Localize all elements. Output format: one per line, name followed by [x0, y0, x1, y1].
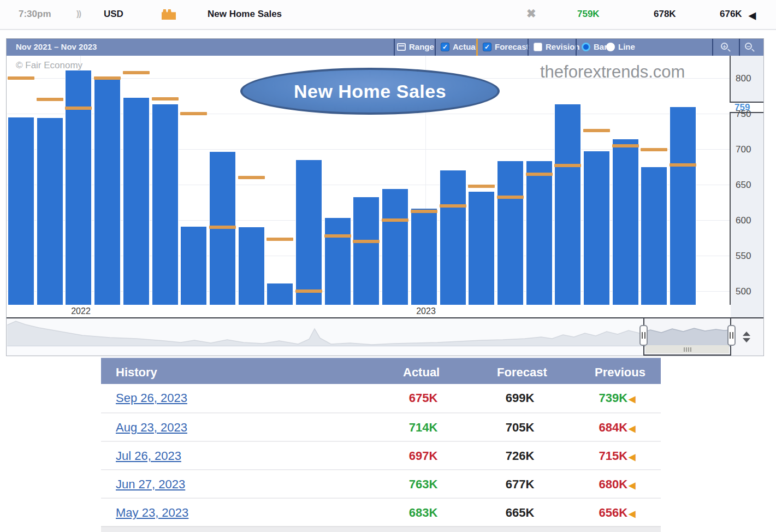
col-header-forecast: Forecast: [497, 365, 547, 380]
y-tick-label-750: 750: [736, 109, 760, 120]
navigator: [7, 317, 763, 356]
x-axis-strip: 20222023: [7, 305, 730, 317]
history-table: History Actual Forecast Previous Sep 26,…: [101, 358, 661, 532]
history-row: Sep 26, 2023675K699K739K◀: [101, 384, 661, 412]
actual-bar-may-2022[interactable]: [180, 227, 207, 305]
actual-bar-nov-2021[interactable]: [8, 117, 34, 305]
down-arrow-icon: [743, 338, 750, 342]
y-tick-label-550: 550: [736, 251, 760, 262]
col-header-history: History: [116, 365, 157, 380]
actual-bar-oct-2023[interactable]: [670, 107, 696, 305]
site-watermark: theforextrends.com: [540, 62, 685, 82]
forecast-marker-oct-2023: [670, 163, 696, 167]
line-radio-label[interactable]: Line: [618, 42, 635, 51]
history-row: Aug 23, 2023714K705K684K◀: [101, 412, 661, 441]
actual-toggle-label[interactable]: Actual: [453, 42, 478, 51]
actual-bar-jan-2022[interactable]: [65, 70, 92, 305]
actual-bar-feb-2023[interactable]: [440, 170, 466, 305]
currency-label: USD: [104, 9, 123, 20]
actual-bar-apr-2022[interactable]: [152, 104, 179, 305]
forecast-marker-dec-2021: [37, 98, 63, 101]
actual-bar-mar-2022[interactable]: [123, 98, 150, 305]
bar-radio[interactable]: [582, 43, 590, 51]
forecast-marker-sep-2022: [295, 289, 322, 293]
forecast-marker-jun-2022: [209, 226, 236, 229]
actual-bar-nov-2022[interactable]: [353, 197, 380, 305]
history-forecast-value: 665K: [473, 506, 566, 520]
actual-bar-jan-2023[interactable]: [411, 209, 437, 305]
forecast-toggle-label[interactable]: Forecast: [495, 42, 529, 51]
sound-alert-icon[interactable]: )): [76, 9, 81, 18]
forecast-marker-jul-2022: [238, 176, 265, 179]
actual-bar-oct-2022[interactable]: [324, 218, 351, 305]
history-date-link[interactable]: May 23, 2023: [116, 506, 188, 520]
actual-bar-aug-2023[interactable]: [612, 139, 639, 305]
navigator-right-handle[interactable]: [727, 325, 736, 346]
actual-bar-jul-2023[interactable]: [583, 151, 610, 305]
chart-title: New Home Sales: [294, 81, 446, 102]
history-date-link[interactable]: Aug 23, 2023: [116, 421, 187, 435]
history-date-link[interactable]: Jun 27, 2023: [116, 477, 185, 492]
forecast-marker-mar-2022: [123, 71, 150, 74]
actual-bar-dec-2021[interactable]: [37, 118, 63, 305]
impact-folder-icon[interactable]: [162, 9, 176, 20]
history-date-link[interactable]: Jul 26, 2023: [116, 449, 181, 463]
actual-bar-apr-2023[interactable]: [497, 161, 524, 305]
zoom-out-icon[interactable]: −: [745, 43, 752, 50]
history-previous-value: 684K◀: [571, 421, 661, 435]
actual-bar-aug-2022[interactable]: [266, 283, 293, 305]
history-date-link[interactable]: Sep 26, 2023: [116, 391, 187, 405]
date-range-label: Nov 2021 – Nov 2023: [16, 42, 97, 51]
actual-bar-may-2023[interactable]: [526, 161, 553, 305]
close-detail-icon[interactable]: ✖: [526, 7, 536, 20]
actual-value: 759K: [577, 9, 600, 20]
next-row-cutoff: [101, 526, 661, 532]
forecast-checkbox[interactable]: ✓: [483, 43, 491, 51]
revision-arrow-icon: ◀: [629, 509, 635, 518]
revision-toggle-label[interactable]: Revision: [546, 42, 580, 51]
forecast-color-separator: [476, 39, 478, 56]
event-time: 7:30pm: [19, 9, 51, 20]
zoom-in-icon[interactable]: +: [721, 43, 728, 50]
history-row: Jun 27, 2023763K677K680K◀: [101, 469, 661, 498]
event-title[interactable]: New Home Sales: [208, 9, 282, 20]
navigator-track[interactable]: [7, 346, 643, 355]
revision-checkbox[interactable]: [534, 43, 542, 51]
revision-arrow-icon: ◀: [749, 10, 756, 21]
expand-collapse-spinner[interactable]: [743, 332, 750, 342]
actual-bar-sep-2022[interactable]: [295, 160, 322, 305]
forecast-marker-oct-2022: [324, 234, 351, 238]
plot-area: © Fair Economy theforextrends.com New Ho…: [7, 56, 730, 305]
year-label-2023: 2023: [416, 306, 436, 316]
page: 7:30pm )) USD New Home Sales ✖ 759K 678K…: [0, 0, 776, 532]
event-row: 7:30pm )) USD New Home Sales ✖ 759K 678K…: [0, 0, 776, 30]
line-radio[interactable]: [606, 43, 615, 51]
previous-value: 676K: [720, 9, 742, 20]
forecast-marker-feb-2023: [440, 204, 466, 208]
history-actual-value: 714K: [377, 421, 470, 435]
revision-arrow-icon: ◀: [629, 424, 635, 433]
history-forecast-value: 677K: [473, 477, 566, 492]
bar-radio-label[interactable]: Bar: [594, 42, 607, 51]
history-actual-value: 675K: [377, 391, 470, 405]
forecast-marker-aug-2022: [266, 238, 293, 241]
col-header-previous: Previous: [595, 365, 645, 380]
chart-toolbar: Nov 2021 – Nov 2023 Range ✓ Actual ✓ For…: [7, 39, 763, 56]
actual-checkbox[interactable]: ✓: [441, 43, 449, 51]
navigator-left-handle[interactable]: [639, 325, 648, 346]
actual-bar-feb-2022[interactable]: [94, 78, 121, 305]
drag-grip-icon[interactable]: [684, 347, 691, 352]
fair-economy-watermark: © Fair Economy: [16, 60, 82, 71]
actual-bar-mar-2023[interactable]: [468, 192, 495, 305]
navigator-selection[interactable]: [643, 317, 731, 356]
actual-bar-jun-2023[interactable]: [554, 104, 581, 305]
history-previous-value: 680K◀: [571, 477, 661, 492]
actual-bar-dec-2022[interactable]: [382, 189, 408, 305]
actual-bar-sep-2023[interactable]: [641, 167, 667, 305]
range-button[interactable]: Range: [409, 42, 434, 51]
year-label-2022: 2022: [71, 306, 91, 316]
navigator-scrollbar[interactable]: [645, 345, 729, 353]
y-tick-label-800: 800: [736, 73, 760, 84]
actual-bar-jul-2022[interactable]: [238, 227, 265, 305]
up-arrow-icon: [743, 332, 750, 336]
